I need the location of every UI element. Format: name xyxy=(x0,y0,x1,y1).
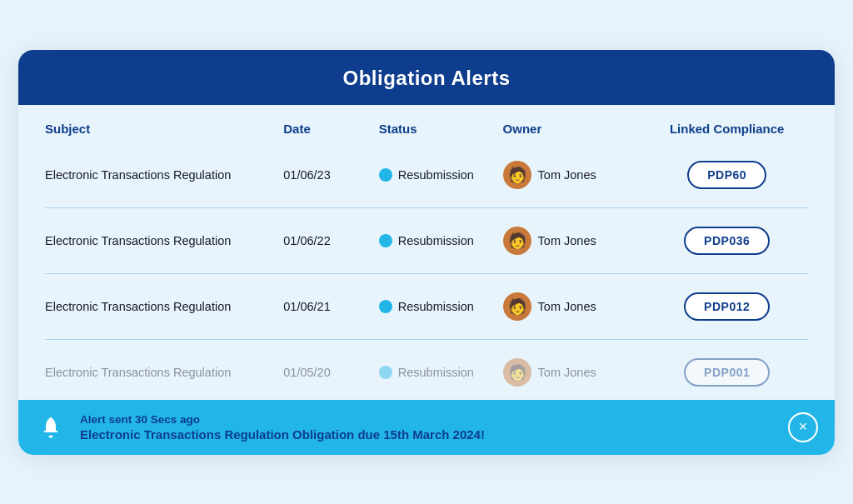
compliance-badge[interactable]: PDP012 xyxy=(684,292,770,321)
col-header-date: Date xyxy=(283,122,379,136)
col-header-owner: Owner xyxy=(503,122,646,136)
row-compliance[interactable]: PDP60 xyxy=(646,161,808,189)
table-rows: Electronic Transactions Regulation 01/06… xyxy=(45,142,808,405)
status-dot xyxy=(379,234,392,247)
status-label: Resubmission xyxy=(398,366,474,379)
row-compliance[interactable]: PDP001 xyxy=(646,358,808,387)
row-date: 01/06/22 xyxy=(283,234,379,247)
owner-name: Tom Jones xyxy=(538,366,596,379)
status-dot xyxy=(379,168,392,182)
row-compliance[interactable]: PDP012 xyxy=(646,292,808,321)
row-owner: 🧑 Tom Jones xyxy=(503,161,646,189)
notification-time: Alert sent 30 Secs ago xyxy=(80,413,775,426)
row-date: 01/05/20 xyxy=(283,366,379,379)
card-header: Obligation Alerts xyxy=(18,50,835,105)
row-subject: Electronic Transactions Regulation xyxy=(45,366,283,379)
svg-rect-1 xyxy=(50,417,52,419)
avatar-icon: 🧑 xyxy=(508,233,526,248)
status-label: Resubmission xyxy=(398,168,474,182)
avatar: 🧑 xyxy=(503,292,531,321)
row-status: Resubmission xyxy=(379,300,503,313)
row-owner: 🧑 Tom Jones xyxy=(503,227,646,255)
row-status: Resubmission xyxy=(379,366,503,379)
status-dot xyxy=(379,366,392,379)
main-card: Obligation Alerts Subject Date Status Ow… xyxy=(18,50,835,455)
row-date: 01/06/23 xyxy=(283,168,379,182)
page-title: Obligation Alerts xyxy=(343,67,511,89)
compliance-badge[interactable]: PDP036 xyxy=(684,227,770,255)
avatar-icon: 🧑 xyxy=(508,299,526,314)
compliance-badge[interactable]: PDP001 xyxy=(684,358,770,387)
row-compliance[interactable]: PDP036 xyxy=(646,227,808,255)
avatar-icon: 🧑 xyxy=(508,167,526,182)
table-header: Subject Date Status Owner Linked Complia… xyxy=(45,105,808,142)
notification-text-block: Alert sent 30 Secs ago Electronic Transa… xyxy=(80,413,775,442)
owner-name: Tom Jones xyxy=(538,234,596,247)
status-label: Resubmission xyxy=(398,300,474,313)
notification-message: Electronic Transactions Regulation Oblig… xyxy=(80,427,775,442)
avatar: 🧑 xyxy=(503,358,531,387)
col-header-compliance: Linked Compliance xyxy=(646,122,808,136)
row-status: Resubmission xyxy=(379,168,503,182)
owner-name: Tom Jones xyxy=(538,300,596,313)
table-row[interactable]: Electronic Transactions Regulation 01/05… xyxy=(45,340,808,405)
row-date: 01/06/21 xyxy=(283,300,379,313)
avatar: 🧑 xyxy=(503,227,531,255)
close-icon: × xyxy=(799,418,808,436)
notification-bar: Alert sent 30 Secs ago Electronic Transa… xyxy=(18,400,835,455)
row-subject: Electronic Transactions Regulation xyxy=(45,168,283,182)
col-header-status: Status xyxy=(379,122,503,136)
notification-close-button[interactable]: × xyxy=(788,412,818,442)
row-status: Resubmission xyxy=(379,234,503,247)
bell-icon xyxy=(35,412,67,443)
col-header-subject: Subject xyxy=(45,122,283,136)
row-subject: Electronic Transactions Regulation xyxy=(45,234,283,247)
row-owner: 🧑 Tom Jones xyxy=(503,292,646,321)
avatar-icon: 🧑 xyxy=(508,365,526,380)
table-row[interactable]: Electronic Transactions Regulation 01/06… xyxy=(45,274,808,340)
status-dot xyxy=(379,300,392,313)
row-subject: Electronic Transactions Regulation xyxy=(45,300,283,313)
status-label: Resubmission xyxy=(398,234,474,247)
avatar: 🧑 xyxy=(503,161,531,189)
owner-name: Tom Jones xyxy=(538,168,596,182)
table-row[interactable]: Electronic Transactions Regulation 01/06… xyxy=(45,142,808,208)
svg-point-0 xyxy=(49,435,53,437)
compliance-badge[interactable]: PDP60 xyxy=(687,161,766,189)
row-owner: 🧑 Tom Jones xyxy=(503,358,646,387)
table-row[interactable]: Electronic Transactions Regulation 01/06… xyxy=(45,208,808,274)
